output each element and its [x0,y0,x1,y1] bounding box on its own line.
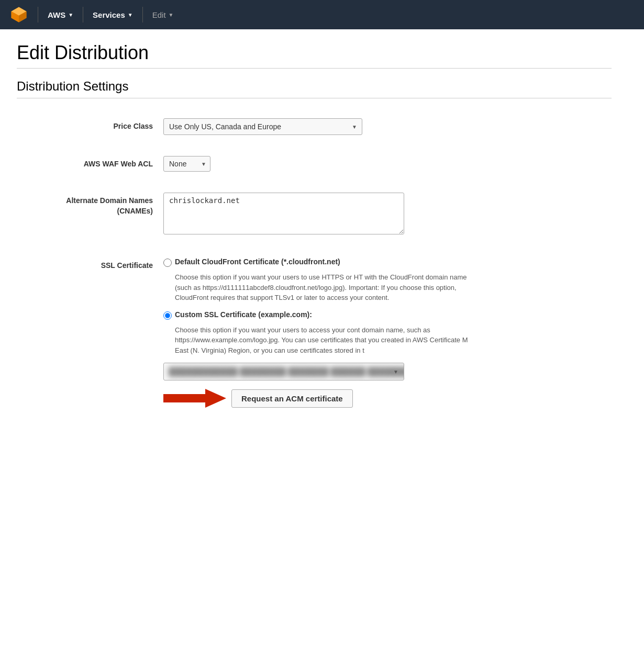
nav-edit-label: Edit [152,10,166,19]
request-acm-row: Request an ACM certificate [163,387,612,410]
nav-aws-label: AWS [48,10,65,19]
nav-divider-1 [38,7,38,23]
nav-divider-2 [83,7,83,23]
svg-marker-4 [163,389,226,408]
cnames-label: Alternate Domain Names(CNAMEs) [17,193,163,216]
request-acm-button[interactable]: Request an ACM certificate [231,389,353,408]
ssl-default-description: Choose this option if you want your user… [175,272,468,303]
cnames-row: Alternate Domain Names(CNAMEs) chrislock… [17,188,612,241]
ssl-custom-description: Choose this option if you want your user… [175,325,468,356]
nav-edit[interactable]: Edit ▼ [147,6,179,24]
navbar: AWS ▼ Services ▼ Edit ▼ [0,0,644,29]
nav-services-label: Services [93,10,125,19]
ssl-custom-radio[interactable] [163,311,172,320]
ssl-default-radio[interactable] [163,259,172,267]
waf-acl-row: AWS WAF Web ACL None [17,152,612,176]
cnames-textarea[interactable]: chrislockard.net [163,193,404,234]
ssl-cert-row: SSL Certificate Default CloudFront Certi… [17,253,612,422]
waf-acl-select[interactable]: None [163,156,210,172]
price-class-row: Price Class Use Only US, Canada and Euro… [17,114,612,139]
page-content: Edit Distribution Distribution Settings … [0,29,628,453]
nav-services-chevron-icon: ▼ [128,12,133,18]
price-class-select-wrapper[interactable]: Use Only US, Canada and Europe Use US, C… [163,118,362,135]
price-class-label: Price Class [17,118,163,132]
cert-select-blurred-text: ████████████ ████████ ███████ ██████ ███… [169,367,404,376]
section-title: Distribution Settings [17,79,612,94]
ssl-cert-label: SSL Certificate [17,257,163,271]
waf-acl-select-wrapper[interactable]: None [163,156,210,172]
aws-cube-svg [9,5,28,24]
nav-aws[interactable]: AWS ▼ [42,6,79,24]
ssl-cert-control: Default CloudFront Certificate (*.cloudf… [163,257,612,418]
ssl-custom-label[interactable]: Custom SSL Certificate (example.com): [175,310,312,319]
ssl-custom-option: Custom SSL Certificate (example.com): [163,310,612,320]
title-divider [17,68,612,69]
distribution-settings-form: Price Class Use Only US, Canada and Euro… [17,109,612,440]
cert-select-wrapper[interactable]: ████████████ ████████ ███████ ██████ ███… [163,363,612,380]
section-divider [17,98,612,98]
price-class-control: Use Only US, Canada and Europe Use US, C… [163,118,612,135]
ssl-default-label[interactable]: Default CloudFront Certificate (*.cloudf… [175,257,340,266]
nav-services[interactable]: Services ▼ [87,6,138,24]
price-class-select[interactable]: Use Only US, Canada and Europe Use US, C… [163,118,362,135]
page-title: Edit Distribution [17,42,612,64]
nav-aws-chevron-icon: ▼ [68,12,73,18]
waf-acl-control: None [163,156,612,172]
nav-edit-chevron-icon: ▼ [169,12,174,18]
nav-divider-3 [142,7,143,23]
waf-acl-label: AWS WAF Web ACL [17,156,163,170]
arrow-icon [163,387,226,410]
ssl-default-option: Default CloudFront Certificate (*.cloudf… [163,257,612,267]
aws-logo-icon [8,4,29,25]
cert-select-box[interactable]: ████████████ ████████ ███████ ██████ ███… [163,363,404,380]
arrow-annotation [163,387,226,410]
cnames-control: chrislockard.net [163,193,612,237]
